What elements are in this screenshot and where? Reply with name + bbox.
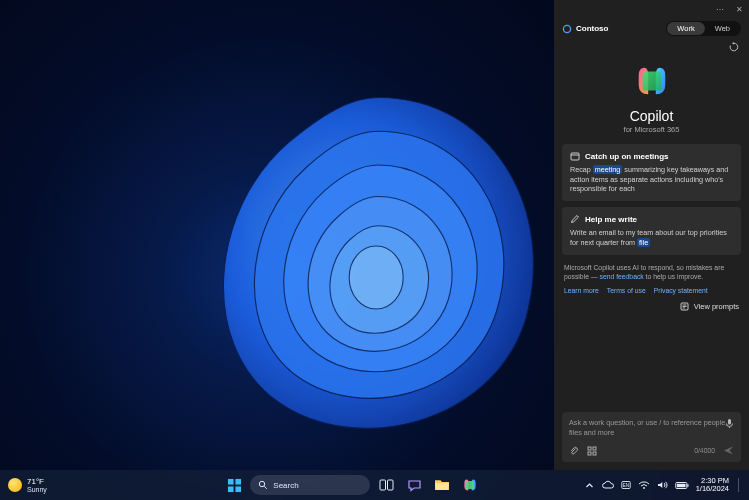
- weather-cond: Sunny: [27, 486, 47, 493]
- svg-rect-17: [235, 486, 241, 492]
- svg-line-19: [265, 486, 268, 489]
- taskbar-search[interactable]: Search: [250, 475, 370, 495]
- card-desc: Recap meeting summarizing key takeaways …: [570, 165, 733, 194]
- language-icon[interactable]: EN: [621, 480, 631, 490]
- svg-rect-27: [677, 483, 686, 486]
- copilot-icon: [462, 477, 478, 493]
- copilot-subtitle: for Microsoft 365: [554, 125, 749, 134]
- svg-text:EN: EN: [622, 483, 628, 488]
- explorer-button[interactable]: [430, 473, 454, 497]
- more-menu-button[interactable]: ⋯: [716, 5, 724, 14]
- copilot-hero: Copilot for Microsoft 365: [554, 56, 749, 144]
- sun-icon: [8, 478, 22, 492]
- chat-icon: [407, 478, 422, 493]
- svg-point-1: [563, 25, 570, 32]
- org-ring-icon: [562, 24, 572, 34]
- taskbar-divider: [738, 478, 739, 492]
- view-prompts-button[interactable]: View prompts: [694, 302, 739, 311]
- wifi-icon[interactable]: [638, 480, 650, 490]
- search-placeholder: Search: [273, 481, 298, 490]
- svg-rect-13: [593, 452, 596, 455]
- weather-widget[interactable]: 71°F Sunny: [0, 478, 120, 493]
- scope-toggle[interactable]: Work Web: [666, 21, 741, 36]
- card-title: Catch up on meetings: [585, 152, 669, 161]
- close-button[interactable]: ✕: [736, 5, 743, 14]
- svg-rect-26: [687, 484, 688, 487]
- terms-link[interactable]: Terms of use: [607, 287, 646, 294]
- clock-date: 1/16/2024: [696, 485, 729, 493]
- onedrive-icon[interactable]: [601, 480, 614, 490]
- svg-rect-21: [387, 480, 393, 490]
- refresh-icon[interactable]: [729, 42, 739, 52]
- copilot-title: Copilot: [554, 108, 749, 124]
- folder-icon: [434, 478, 450, 492]
- copilot-panel: ⋯ ✕ Contoso Work Web: [554, 0, 749, 470]
- taskbar-clock[interactable]: 2:30 PM 1/16/2024: [696, 477, 729, 494]
- windows-logo-icon: [227, 478, 242, 493]
- char-counter: 0/4000: [694, 447, 715, 454]
- start-button[interactable]: [222, 473, 246, 497]
- svg-rect-10: [588, 447, 591, 450]
- svg-rect-14: [228, 478, 234, 484]
- learn-more-link[interactable]: Learn more: [564, 287, 599, 294]
- battery-icon[interactable]: [675, 481, 689, 490]
- mic-icon[interactable]: [725, 418, 734, 429]
- attach-icon[interactable]: [569, 446, 579, 456]
- svg-point-24: [643, 487, 645, 489]
- scope-web[interactable]: Web: [705, 22, 740, 35]
- prompt-card-meetings[interactable]: Catch up on meetings Recap meeting summa…: [562, 144, 741, 201]
- card-title: Help me write: [585, 215, 637, 224]
- chevron-up-icon[interactable]: [585, 481, 594, 490]
- volume-icon[interactable]: [657, 480, 668, 490]
- svg-point-18: [260, 481, 265, 486]
- search-icon: [258, 480, 268, 490]
- task-view-button[interactable]: [374, 473, 398, 497]
- copilot-logo-icon: [633, 62, 671, 100]
- svg-rect-2: [571, 153, 579, 160]
- svg-rect-20: [380, 480, 386, 490]
- privacy-link[interactable]: Privacy statement: [654, 287, 708, 294]
- org-label: Contoso: [562, 24, 660, 34]
- copilot-taskbar-button[interactable]: [458, 473, 482, 497]
- card-desc: Write an email to my team about our top …: [570, 228, 733, 247]
- svg-rect-8: [728, 419, 731, 425]
- chat-button[interactable]: [402, 473, 426, 497]
- taskbar: 71°F Sunny Search: [0, 470, 749, 500]
- chat-input[interactable]: Ask a work question, or use / to referen…: [562, 412, 741, 462]
- chat-placeholder: Ask a work question, or use / to referen…: [569, 418, 734, 437]
- svg-rect-12: [588, 452, 591, 455]
- svg-rect-15: [235, 478, 241, 484]
- svg-point-0: [349, 246, 403, 309]
- prompt-card-write[interactable]: Help me write Write an email to my team …: [562, 207, 741, 254]
- send-icon[interactable]: [723, 445, 734, 456]
- task-view-icon: [379, 478, 394, 492]
- org-name: Contoso: [576, 24, 608, 33]
- scope-work[interactable]: Work: [667, 22, 704, 35]
- weather-temp: 71°F: [27, 478, 47, 486]
- calendar-icon: [570, 151, 580, 161]
- bloom-graphic: [135, 30, 622, 480]
- grid-icon[interactable]: [587, 446, 597, 456]
- send-feedback-link[interactable]: send feedback: [600, 273, 644, 280]
- svg-rect-16: [228, 486, 234, 492]
- pen-icon: [570, 214, 580, 224]
- svg-rect-11: [593, 447, 596, 450]
- disclaimer-text: Microsoft Copilot uses AI to respond, so…: [554, 255, 749, 285]
- prompts-icon: [680, 302, 689, 311]
